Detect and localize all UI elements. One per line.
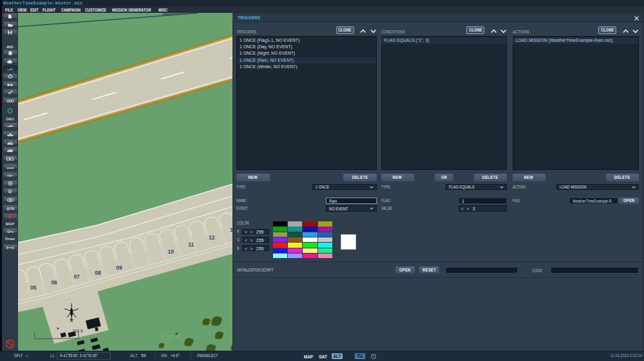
svg-text:12: 12 bbox=[209, 234, 215, 241]
svg-text:11: 11 bbox=[188, 241, 194, 248]
svg-text:08: 08 bbox=[95, 270, 101, 276]
svg-text:07: 07 bbox=[73, 273, 80, 280]
svg-text:09: 09 bbox=[116, 264, 122, 271]
svg-text:10: 10 bbox=[167, 248, 174, 255]
svg-text:209 ft: 209 ft bbox=[72, 329, 82, 333]
svg-text:06: 06 bbox=[51, 279, 57, 286]
svg-text:05: 05 bbox=[30, 284, 37, 291]
